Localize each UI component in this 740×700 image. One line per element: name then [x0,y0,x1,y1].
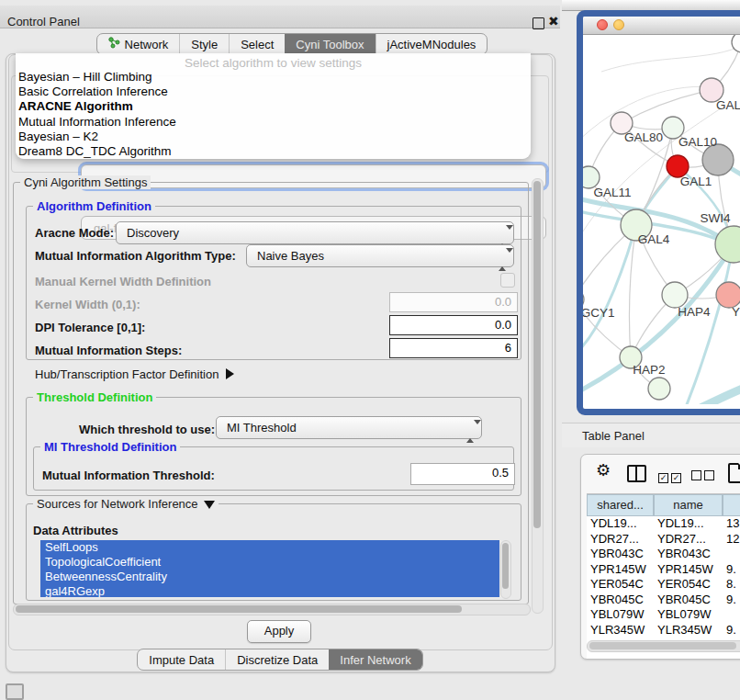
minimize-traffic-icon[interactable] [613,19,624,30]
table-row[interactable]: YBR045CYBR045C9. [587,593,740,608]
settings-horizontal-scrollbar[interactable] [13,604,531,615]
hub-definition-toggle[interactable]: Hub/Transcription Factor Definition [35,367,234,381]
split-columns-icon[interactable] [627,465,646,482]
table-cell: 13 [723,516,740,532]
edge [601,44,740,72]
zoom-traffic-icon[interactable] [630,19,641,30]
dpi-tolerance-field[interactable]: 0.0 [389,315,518,335]
stepper-arrows-icon [466,421,474,442]
column-header[interactable]: shared... [587,494,654,516]
algorithm-option[interactable]: Bayesian – Hill Climbing [16,70,531,85]
node-unlabeled[interactable] [648,378,670,400]
close-traffic-icon[interactable] [597,19,608,30]
table-row[interactable]: YPR145WYPR145W9. [587,562,740,578]
table-cell: YDR27... [587,532,654,548]
close-icon[interactable]: ✖ [548,16,559,27]
gear-icon[interactable]: ⚙ [596,460,611,480]
node-label: HAP4 [678,305,711,319]
table-cell: YBR043C [587,547,654,562]
node-label: GAL4 [638,232,670,246]
table-cell: 9. [723,562,740,578]
network-view-window[interactable]: GALGAL80GAL10GAL1GAL11GAL4SWI4GCY1HAP4YH… [577,10,740,415]
node-unlabeled[interactable] [702,144,734,175]
tab-network[interactable]: Network [97,34,180,54]
document-icon[interactable] [728,463,740,483]
table-cell: 9. [723,593,740,608]
table-cell: YDL19... [587,516,654,532]
tab-impute-data[interactable]: Impute Data [138,649,225,670]
mi-threshold-label: Mutual Information Threshold: [42,469,215,482]
table-row[interactable]: YDL19...YDL19...13 [587,516,740,532]
algorithm-option[interactable]: Mutual Information Inference [16,115,531,130]
tab-discretize-data[interactable]: Discretize Data [225,649,329,670]
tab-label: Select [241,38,274,51]
aracne-mode-select[interactable]: Discovery [116,221,514,244]
kernel-width-field[interactable]: 0.0 [389,292,518,312]
control-panel-title: Control Panel [7,15,80,28]
mi-threshold-field[interactable]: 0.5 [410,463,515,485]
which-threshold-select[interactable]: MI Threshold [216,416,482,439]
network-window-titlebar [583,17,740,35]
table-row[interactable]: YLR345WYLR345W9. [587,623,740,638]
attribute-item[interactable]: SelfLoops [40,540,499,555]
minimized-panel-icon[interactable] [6,683,24,700]
mi-steps-label: Mutual Information Steps: [35,344,182,357]
table-row[interactable]: YDR27...YDR27...12 [587,532,740,548]
algorithm-option[interactable]: ARACNE Algorithm [16,99,531,114]
table-row[interactable]: YBL079WYBL079W [587,607,740,623]
table-cell: YDL19... [654,516,723,532]
chevron-down-icon [204,501,215,509]
node-label: GAL11 [593,186,631,199]
mi-algorithm-type-select[interactable]: Naive Bayes [246,244,514,267]
tab-jactivemnodules[interactable]: jActiveMNodules [376,34,488,54]
mi-steps-field[interactable]: 6 [389,338,518,358]
column-header[interactable]: A [723,494,740,516]
network-icon [108,37,120,51]
which-threshold-label: Which threshold to use: [79,423,215,436]
table-row[interactable]: YER054CYER054C8. [587,577,740,593]
manual-kernel-checkbox[interactable] [500,273,515,288]
tab-infer-network[interactable]: Infer Network [329,649,421,670]
algorithm-option[interactable]: Basic Correlation Inference [16,85,531,99]
node-HAP4[interactable] [662,282,688,308]
tab-label: Discretize Data [237,653,318,667]
algorithm-option[interactable]: Bayesian – K2 [16,130,531,144]
table-row[interactable]: YBR043CYBR043C [587,547,740,562]
network-canvas[interactable]: GALGAL80GAL10GAL1GAL11GAL4SWI4GCY1HAP4YH… [583,35,740,404]
tab-cyni-toolbox[interactable]: Cyni Toolbox [285,34,375,54]
attribute-item[interactable]: TopologicalCoefficient [40,555,499,570]
tab-style[interactable]: Style [179,34,229,54]
node-label: GAL [716,98,740,112]
table-horizontal-scrollbar[interactable] [587,640,740,652]
aracne-mode-label: Aracne Mode: [35,226,114,240]
node-label: GAL1 [680,175,712,188]
kernel-width-label: Kernel Width (0,1): [35,298,140,311]
table-cell: 8. [723,577,740,593]
attribute-item[interactable]: gal4RGexp [40,584,499,597]
tab-label: Cyni Toolbox [296,38,364,51]
table-cell: YBR045C [654,593,723,608]
algorithm-dropdown-popup: Select algorithm to view settings Bayesi… [16,53,531,159]
select-all-icon[interactable]: ✓✓ [658,468,684,484]
edge-bundle [684,244,734,404]
manual-kernel-label: Manual Kernel Width Definition [35,275,211,288]
deselect-all-icon[interactable] [691,468,717,484]
column-header[interactable]: name [654,494,723,516]
apply-button[interactable]: Apply [247,620,311,643]
node-SWI4[interactable] [715,226,740,263]
popup-placeholder: Select algorithm to view settings [16,53,531,70]
dpi-tolerance-label: DPI Tolerance [0,1]: [35,321,145,334]
which-threshold-value: MI Threshold [227,421,297,435]
sources-toggle[interactable]: Sources for Network Inference [33,497,219,511]
node-Y[interactable] [716,282,740,308]
attributes-scrollbar[interactable] [500,540,511,599]
float-window-icon[interactable] [533,17,544,29]
stepper-arrows-icon [499,249,506,270]
attribute-item[interactable]: BetweennessCentrality [40,570,499,584]
table-panel-title: Table Panel [582,429,645,443]
settings-vertical-scrollbar[interactable] [532,178,544,614]
tab-select[interactable]: Select [229,34,285,54]
algorithm-option[interactable]: Dream8 DC_TDC Algorithm [16,144,531,159]
table-cell: 12 [723,532,740,548]
node-unlabeled[interactable] [732,35,740,52]
